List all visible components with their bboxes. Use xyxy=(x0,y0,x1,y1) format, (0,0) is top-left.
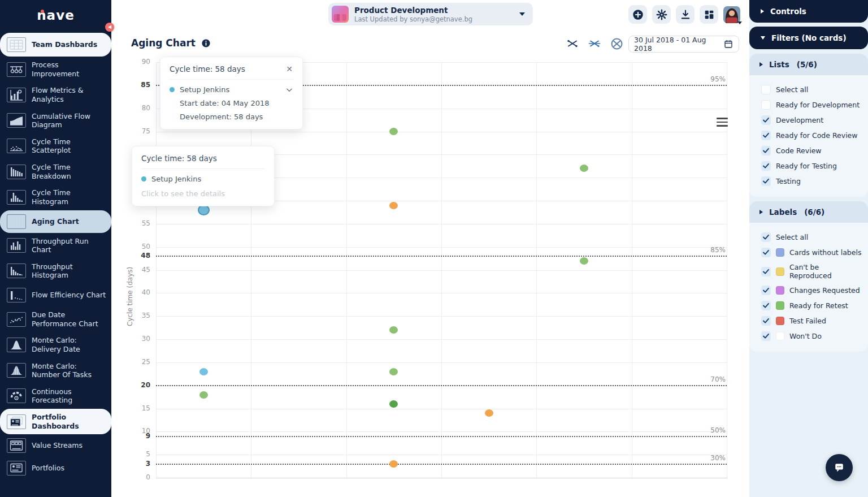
checkbox-ready-for-retest[interactable] xyxy=(761,301,771,310)
sidebar-item-process-improvement[interactable]: Process Improvement xyxy=(0,57,111,82)
portfolio-dashboards-icon xyxy=(7,414,26,429)
sidebar-item-cycle-time-histogram[interactable]: Cycle Time Histogram xyxy=(0,184,111,210)
checkbox-development[interactable] xyxy=(761,115,771,125)
tooltip-start-date: Start date: 04 May 2018 xyxy=(180,99,293,107)
download-button[interactable] xyxy=(676,5,695,24)
sidebar-item-label: Throughput Run Chart xyxy=(32,237,107,254)
close-icon[interactable]: ✕ xyxy=(285,64,293,74)
sidebar-item-flow-efficiency-chart[interactable]: Flow Efficiency Chart xyxy=(0,284,111,306)
hide-percentiles-toggle[interactable] xyxy=(587,36,602,51)
sidebar-item-cycle-time-scatterplot[interactable]: Cycle Time Scatterplot xyxy=(0,133,111,159)
y-tick-label: 50 xyxy=(128,243,150,250)
add-dashboard-button[interactable] xyxy=(628,5,647,24)
list-filter-row-development[interactable]: Development xyxy=(749,113,868,128)
data-point[interactable] xyxy=(389,460,398,468)
dashboards-button[interactable] xyxy=(700,5,718,24)
tooltip-card-row[interactable]: Setup Jenkins xyxy=(141,175,265,183)
labels-section-header[interactable]: Labels (6/6) xyxy=(749,201,868,223)
sidebar-item-cycle-time-breakdown[interactable]: Cycle Time Breakdown xyxy=(0,159,111,184)
collapse-sidebar-button[interactable]: ◀ xyxy=(105,23,114,32)
checkbox-ready-for-code-review[interactable] xyxy=(761,131,771,140)
data-point[interactable] xyxy=(389,400,398,408)
data-point[interactable] xyxy=(580,165,588,172)
percentile-lines-toggle[interactable] xyxy=(565,36,580,51)
filter-label: Code Review xyxy=(776,146,822,155)
list-filter-row-ready-for-development[interactable]: Ready for Development xyxy=(749,97,868,113)
data-point[interactable] xyxy=(199,368,208,375)
lists-section-header[interactable]: Lists (5/6) xyxy=(749,54,868,75)
date-range-picker[interactable]: 30 Jul 2018 - 01 Aug 2018 xyxy=(628,36,739,53)
sidebar-item-flow-metrics-analytics[interactable]: Flow Metrics & Analytics xyxy=(0,82,111,107)
y-tick-label: 55 xyxy=(128,219,150,227)
settings-button[interactable] xyxy=(652,5,671,24)
label-filter-row-select-all[interactable]: Select all xyxy=(749,230,868,245)
data-point[interactable] xyxy=(389,326,398,334)
tooltip-title: Cycle time: 58 days xyxy=(141,154,217,163)
checkbox-select-all[interactable] xyxy=(761,232,771,242)
sidebar-item-label: Cycle Time Scatterplot xyxy=(32,137,107,155)
chat-button[interactable] xyxy=(826,454,853,481)
checkbox-select-all[interactable] xyxy=(761,85,771,94)
data-point[interactable] xyxy=(389,368,398,375)
chevron-down-icon xyxy=(519,12,525,16)
continuous-forecasting-icon xyxy=(7,388,26,403)
gridline xyxy=(346,62,347,478)
filter-label: Testing xyxy=(776,177,801,185)
info-icon[interactable] xyxy=(201,38,211,48)
sidebar-item-monte-carlo-delivery-date[interactable]: Monte Carlo: Delivery Date xyxy=(0,332,111,357)
list-filter-row-ready-for-testing[interactable]: Ready for Testing xyxy=(749,158,868,174)
sidebar-item-throughput-run-chart[interactable]: Throughput Run Chart xyxy=(0,233,111,258)
list-filter-row-testing[interactable]: Testing xyxy=(749,174,868,189)
controls-section-header[interactable]: Controls xyxy=(749,0,868,23)
label-filter-row-test-failed[interactable]: Test Failed xyxy=(749,313,868,329)
data-point[interactable] xyxy=(485,409,493,417)
sidebar-item-monte-carlo-number-of-tasks[interactable]: Monte Carlo: Number Of Tasks xyxy=(0,358,111,383)
checkbox-test-failed[interactable] xyxy=(761,316,771,326)
tooltip-title: Cycle time: 58 days xyxy=(170,64,245,74)
data-point[interactable] xyxy=(199,391,208,399)
sidebar-item-continuous-forecasting[interactable]: Continuous Forecasting xyxy=(0,383,111,409)
account-menu[interactable] xyxy=(723,6,740,23)
filters-section-header[interactable]: Filters (No cards) xyxy=(749,27,868,49)
label-filter-row-won-t-do[interactable]: Won't Do xyxy=(749,329,868,344)
sidebar-item-team-dashbards[interactable]: Team Dashbards xyxy=(0,33,111,57)
sidebar-item-portfolio-dashboards[interactable]: Portfolio Dashboards xyxy=(0,409,111,434)
label-filter-row-ready-for-retest[interactable]: Ready for Retest xyxy=(749,298,868,313)
y-tick-label: 75 xyxy=(128,127,150,135)
checkbox-won-t-do[interactable] xyxy=(761,331,771,341)
checkbox-cards-without-labels[interactable] xyxy=(761,248,771,257)
sidebar-item-label: Cycle Time Histogram xyxy=(32,188,107,206)
tooltip-card-row[interactable]: Setup Jenkins xyxy=(170,85,293,94)
sidebar-item-label: Portfolios xyxy=(32,464,64,473)
sidebar-item-label: Monte Carlo: Number Of Tasks xyxy=(32,362,107,379)
sidebar-item-aging-chart[interactable]: Aging Chart xyxy=(0,210,111,233)
sidebar-item-cumulative-flow-diagram[interactable]: Cumulative Flow Diagram xyxy=(0,108,111,133)
data-point[interactable] xyxy=(389,202,398,209)
checkbox-code-review[interactable] xyxy=(761,146,771,155)
sidebar-item-due-date-performance-chart[interactable]: Due Date Performance Chart xyxy=(0,306,111,332)
exclude-toggle[interactable] xyxy=(609,36,624,51)
filter-label: Select all xyxy=(776,85,808,94)
board-selector[interactable]: Product Development Last Updated by sony… xyxy=(328,3,533,25)
gridline xyxy=(156,62,157,478)
data-point[interactable] xyxy=(580,257,588,265)
monte-carlo-tasks-icon xyxy=(7,363,26,378)
app-logo[interactable]: nave xyxy=(0,0,111,33)
list-filter-row-ready-for-code-review[interactable]: Ready for Code Review xyxy=(749,128,868,143)
label-filter-row-can-t-be-reproduced[interactable]: Can't be Reproduced xyxy=(749,260,868,283)
checkbox-changes-requested[interactable] xyxy=(761,286,771,295)
chevron-down-icon xyxy=(737,21,742,24)
checkbox-ready-for-testing[interactable] xyxy=(761,161,771,171)
label-filter-row-changes-requested[interactable]: Changes Requested xyxy=(749,283,868,298)
label-filter-row-cards-without-labels[interactable]: Cards without labels xyxy=(749,245,868,260)
sidebar-item-portfolios[interactable]: Portfolios xyxy=(0,457,111,479)
chart-menu-button[interactable] xyxy=(717,118,728,127)
sidebar-item-throughput-histogram[interactable]: Throughput Histogram xyxy=(0,258,111,284)
data-point[interactable] xyxy=(389,128,398,135)
checkbox-testing[interactable] xyxy=(761,176,771,186)
checkbox-ready-for-development[interactable] xyxy=(761,100,771,110)
sidebar-item-value-streams[interactable]: Value Streams xyxy=(0,434,111,457)
checkbox-can-t-be-reproduced[interactable] xyxy=(761,267,771,276)
list-filter-row-select-all[interactable]: Select all xyxy=(749,82,868,97)
list-filter-row-code-review[interactable]: Code Review xyxy=(749,143,868,158)
